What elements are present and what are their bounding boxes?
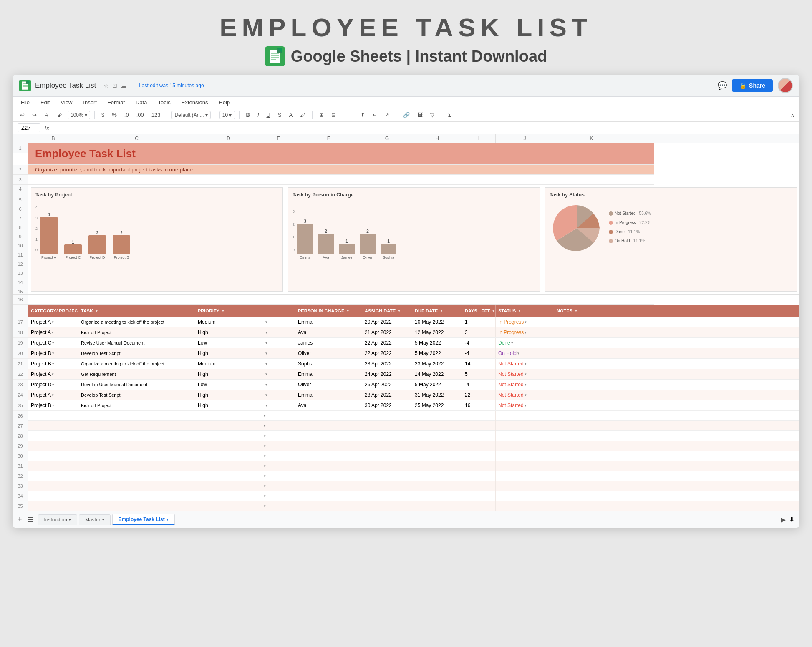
priority-cell[interactable]: Medium: [195, 359, 262, 369]
zoom-dropdown[interactable]: 100% ▾: [68, 111, 90, 119]
italic-button[interactable]: I: [255, 111, 262, 119]
due-cell[interactable]: 5 May 2022: [412, 338, 462, 348]
priority-cell[interactable]: Medium: [195, 317, 262, 327]
task-cell[interactable]: Kick off Project: [78, 327, 195, 337]
assign-cell[interactable]: 22 Apr 2022: [362, 338, 412, 348]
wrap-button[interactable]: ↵: [370, 111, 380, 119]
notes-cell[interactable]: [554, 348, 629, 358]
print-button[interactable]: 🖨: [42, 111, 52, 119]
status-cell[interactable]: Not Started▾: [496, 359, 554, 369]
task-cell[interactable]: Organize a meeting to kick off the proje…: [78, 317, 195, 327]
assign-cell[interactable]: 22 Apr 2022: [362, 348, 412, 358]
rotate-button[interactable]: ↗: [382, 111, 392, 119]
tab-employee-task-list[interactable]: Employee Task List ▾: [112, 514, 175, 525]
share-button[interactable]: 🔒 Share: [732, 79, 773, 92]
priority-cell[interactable]: High: [195, 369, 262, 379]
project-cell[interactable]: Project B▾: [28, 359, 78, 369]
bold-button[interactable]: B: [244, 111, 252, 119]
priority-dropdown-cell[interactable]: ▾: [262, 338, 295, 348]
font-dropdown[interactable]: Default (Ari... ▾: [171, 111, 210, 119]
due-cell[interactable]: 31 May 2022: [412, 390, 462, 400]
col-header-i[interactable]: I: [462, 134, 496, 143]
person-cell[interactable]: Oliver: [295, 348, 362, 358]
notes-cell[interactable]: [554, 400, 629, 410]
col-category[interactable]: CATEGORY/ PROJECT ▼: [28, 305, 78, 317]
cell-reference[interactable]: Z27: [18, 123, 40, 132]
col-header-g[interactable]: G: [362, 134, 412, 143]
project-cell[interactable]: Project C▾: [28, 338, 78, 348]
menu-view[interactable]: View: [59, 98, 74, 106]
col-header-h[interactable]: H: [412, 134, 462, 143]
col-header-k[interactable]: K: [554, 134, 629, 143]
increase-decimal-button[interactable]: .00: [134, 111, 146, 119]
menu-tools[interactable]: Tools: [156, 98, 172, 106]
assign-cell[interactable]: 26 Apr 2022: [362, 380, 412, 390]
filter-button[interactable]: ▽: [428, 111, 437, 119]
menu-help[interactable]: Help: [217, 98, 232, 106]
strikethrough-button[interactable]: S: [275, 111, 284, 119]
assign-cell[interactable]: 23 Apr 2022: [362, 359, 412, 369]
menu-extensions[interactable]: Extensions: [180, 98, 210, 106]
col-notes[interactable]: NOTES ▼: [554, 305, 629, 317]
task-cell[interactable]: Develop User Manual Document: [78, 380, 195, 390]
days-cell[interactable]: 5: [462, 369, 496, 379]
person-cell[interactable]: Ava: [295, 400, 362, 410]
person-cell[interactable]: Sophia: [295, 359, 362, 369]
col-assign[interactable]: ASSIGN DATE ▼: [362, 305, 412, 317]
days-cell[interactable]: -4: [462, 338, 496, 348]
project-cell[interactable]: Project A▾: [28, 327, 78, 337]
folder-icon[interactable]: ⊡: [112, 82, 117, 89]
priority-cell[interactable]: High: [195, 400, 262, 410]
link-button[interactable]: 🔗: [401, 111, 412, 119]
col-header-b[interactable]: B: [28, 134, 78, 143]
due-cell[interactable]: 25 May 2022: [412, 400, 462, 410]
task-cell[interactable]: Develop Test Script: [78, 348, 195, 358]
due-cell[interactable]: 14 May 2022: [412, 369, 462, 379]
tab-instruction[interactable]: Instruction ▾: [38, 514, 77, 525]
project-cell[interactable]: Project A▾: [28, 317, 78, 327]
col-header-c[interactable]: C: [78, 134, 195, 143]
priority-cell[interactable]: Low: [195, 338, 262, 348]
days-cell[interactable]: 22: [462, 390, 496, 400]
status-cell[interactable]: In Progress▾: [496, 317, 554, 327]
col-due[interactable]: DUE DATE ▼: [412, 305, 462, 317]
priority-cell[interactable]: High: [195, 348, 262, 358]
col-header-j[interactable]: J: [496, 134, 554, 143]
tab-master[interactable]: Master ▾: [79, 514, 111, 525]
priority-dropdown-cell[interactable]: ▾: [262, 390, 295, 400]
redo-button[interactable]: ↪: [30, 111, 39, 119]
percent-button[interactable]: %: [109, 111, 119, 119]
navigate-right-button[interactable]: ▶: [781, 516, 786, 524]
borders-button[interactable]: ⊞: [317, 111, 326, 119]
menu-format[interactable]: Format: [106, 98, 126, 106]
cloud-icon[interactable]: ☁: [121, 82, 126, 89]
due-cell[interactable]: 10 May 2022: [412, 317, 462, 327]
notes-cell[interactable]: [554, 369, 629, 379]
status-cell[interactable]: In Progress▾: [496, 327, 554, 337]
font-size-dropdown[interactable]: 10 ▾: [219, 111, 235, 119]
priority-dropdown-cell[interactable]: ▾: [262, 380, 295, 390]
valign-button[interactable]: ⬍: [358, 111, 368, 119]
currency-button[interactable]: $: [99, 111, 107, 119]
person-cell[interactable]: Ava: [295, 327, 362, 337]
notes-cell[interactable]: [554, 327, 629, 337]
col-priority[interactable]: PRIORITY ▼: [195, 305, 262, 317]
number-format-button[interactable]: 123: [149, 111, 163, 119]
days-cell[interactable]: 14: [462, 359, 496, 369]
task-cell[interactable]: Get Requirement: [78, 369, 195, 379]
person-cell[interactable]: Oliver: [295, 380, 362, 390]
status-cell[interactable]: Not Started▾: [496, 380, 554, 390]
project-cell[interactable]: Project D▾: [28, 380, 78, 390]
halign-button[interactable]: ≡: [347, 111, 356, 119]
col-person[interactable]: PERSON IN CHARGE ▼: [295, 305, 362, 317]
expand-toolbar-button[interactable]: ∧: [791, 112, 794, 118]
col-header-e[interactable]: E: [262, 134, 295, 143]
decrease-decimal-button[interactable]: .0: [122, 111, 131, 119]
project-cell[interactable]: Project A▾: [28, 369, 78, 379]
col-header-l[interactable]: L: [629, 134, 654, 143]
notes-cell[interactable]: [554, 359, 629, 369]
priority-dropdown-cell[interactable]: ▾: [262, 327, 295, 337]
task-cell[interactable]: Kick off Project: [78, 400, 195, 410]
priority-dropdown-cell[interactable]: ▾: [262, 317, 295, 327]
person-cell[interactable]: Emma: [295, 369, 362, 379]
